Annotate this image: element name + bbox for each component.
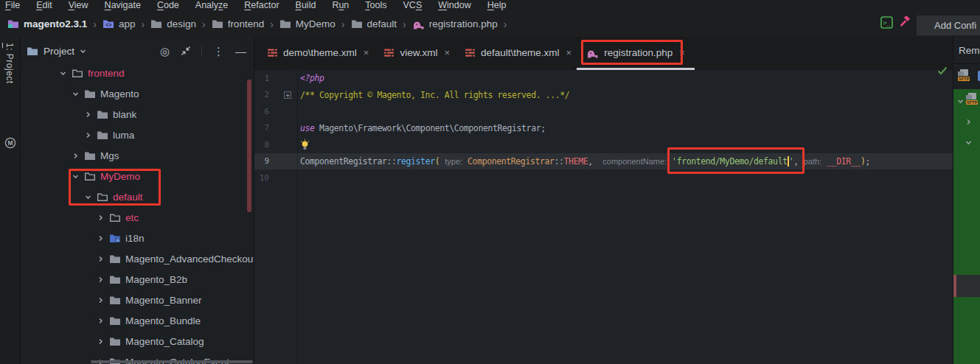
tree-row-magento-advancedcheckout[interactable]: Magento_AdvancedCheckout [21, 248, 254, 269]
code-token: , [793, 156, 799, 167]
breadcrumb-item-app[interactable]: <>app [102, 18, 136, 29]
hide-panel-icon[interactable]: — [235, 46, 246, 57]
tree-row-magento-bundle[interactable]: Magento_Bundle [21, 310, 254, 331]
chevron-right-icon[interactable] [97, 214, 105, 222]
remote-tree-row[interactable] [953, 132, 980, 153]
chevron-down-icon[interactable] [72, 172, 80, 181]
breadcrumb-separator-icon: › [504, 18, 507, 30]
code-text: ComponentRegistrar::register(type:Compon… [300, 156, 870, 167]
svg-text:>_: >_ [883, 19, 892, 27]
chevron-down-icon[interactable] [956, 97, 965, 105]
tree-row-magento-catalog[interactable]: Magento_Catalog [21, 331, 254, 351]
tab-close-icon[interactable]: × [364, 47, 369, 58]
tree-row-etc[interactable]: etc [21, 207, 254, 228]
tree-horizontal-scrollbar[interactable] [91, 360, 253, 363]
menu-item-code[interactable]: Code [157, 0, 179, 11]
remote-tree-row[interactable]: SFTP [953, 91, 980, 111]
menu-item-vcs[interactable]: VCS [403, 0, 423, 11]
chevron-down-icon[interactable] [72, 90, 80, 98]
tool-strip-project-button[interactable]: 1: Project [4, 43, 15, 84]
menu-item-refactor[interactable]: Refactor [244, 0, 279, 11]
menu-item-file[interactable]: File [5, 0, 20, 11]
line-number: 2 [254, 90, 269, 99]
tab-close-icon[interactable]: × [444, 47, 450, 58]
terminal-icon[interactable]: >_ [880, 16, 893, 29]
remote-host-tree[interactable]: SFTP [953, 89, 980, 364]
chevron-right-icon[interactable] [97, 276, 105, 284]
tree-item-label: Magento [100, 88, 139, 99]
menu-item-view[interactable]: View [69, 0, 88, 11]
chevron-right-icon[interactable] [965, 118, 973, 126]
menu-item-analyze[interactable]: Analyze [195, 0, 228, 11]
tree-row-i18n[interactable]: Ai18n [21, 228, 254, 248]
chevron-right-icon[interactable] [97, 255, 105, 263]
chevron-right-icon[interactable] [97, 296, 105, 304]
chevron-right-icon[interactable] [97, 234, 105, 242]
tab-close-icon[interactable]: × [679, 47, 685, 58]
breadcrumb-label: frontend [228, 18, 265, 29]
breadcrumb-item-default[interactable]: default [351, 18, 397, 29]
chevron-down-icon[interactable] [84, 193, 92, 201]
locate-target-icon[interactable]: ◎ [160, 46, 170, 57]
breadcrumb-label: design [167, 18, 196, 29]
circled-m-icon[interactable]: M [4, 137, 16, 151]
breadcrumb-item-frontend[interactable]: frontend [212, 18, 265, 29]
fold-marker-icon[interactable]: + [284, 91, 291, 99]
tab-close-icon[interactable]: × [566, 47, 572, 58]
tree-row-magento-b2b[interactable]: Magento_B2b [21, 269, 254, 290]
intention-bulb-icon[interactable] [300, 139, 310, 153]
breadcrumb-item-design[interactable]: design [150, 18, 196, 29]
menu-item-window[interactable]: Window [438, 0, 470, 11]
tree-row-frontend[interactable]: frontend [21, 63, 254, 83]
chevron-right-icon[interactable] [84, 131, 92, 139]
tab-demo-theme-xml[interactable]: demo\theme.xml× [260, 38, 376, 68]
menu-item-navigate[interactable]: Navigate [105, 0, 141, 11]
tree-row-magento[interactable]: Magento [21, 83, 254, 104]
tree-row-mgs[interactable]: Mgs [21, 145, 254, 166]
line-number: 9 [254, 156, 269, 166]
breadcrumb-separator-icon: › [93, 18, 97, 30]
chevron-right-icon[interactable] [72, 152, 80, 160]
add-configuration-button[interactable]: Add Confi [917, 15, 980, 35]
more-options-icon[interactable]: ⋮ [213, 46, 224, 57]
inspections-ok-check-icon[interactable] [937, 66, 948, 77]
breadcrumb-separator-icon: › [341, 18, 345, 30]
menu-item-tools[interactable]: Tools [365, 0, 386, 11]
code-editor[interactable]: 1<?php2+/** Copyright © Magento, Inc. Al… [254, 70, 953, 364]
chevron-right-icon[interactable] [97, 317, 105, 325]
tree-item-label: luma [113, 130, 134, 141]
breadcrumb-item-magento2-3-1[interactable]: magento2.3.1 [7, 18, 87, 29]
code-text: <?php [300, 73, 324, 83]
tree-item-label: Magento_Catalog [125, 336, 204, 347]
chevron-right-icon[interactable] [84, 111, 92, 119]
menu-item-edit[interactable]: Edit [36, 0, 52, 11]
hammer-icon[interactable] [899, 16, 911, 29]
tree-row-default[interactable]: default [21, 186, 254, 207]
tree-row-mydemo[interactable]: MyDemo [21, 166, 254, 186]
chevron-right-icon[interactable] [97, 337, 105, 346]
line-number: 8 [254, 140, 269, 150]
breadcrumb-item-registration-php[interactable]: registration.php [412, 18, 498, 29]
tree-row-luma[interactable]: luma [21, 125, 254, 145]
folder-icon [84, 151, 96, 161]
tree-row-blank[interactable]: blank [21, 104, 254, 125]
chevron-down-icon[interactable] [965, 139, 973, 147]
chevron-down-icon[interactable] [79, 47, 87, 55]
project-panel-title[interactable]: Project [44, 46, 74, 57]
tab-default-theme-xml[interactable]: default\theme.xml× [457, 38, 579, 68]
chevron-down-icon[interactable] [59, 69, 67, 77]
breadcrumb-item-mydemo[interactable]: MyDemo [279, 18, 336, 29]
top-actions: >_ Add Confi [880, 16, 917, 29]
remote-tree-row[interactable] [953, 111, 980, 132]
tree-vertical-scrollbar[interactable] [247, 80, 251, 212]
tab-view-xml[interactable]: view.xml× [376, 38, 457, 68]
collapse-icon[interactable] [181, 46, 191, 56]
editor-tab-bar: demo\theme.xml×view.xml×default\theme.xm… [254, 37, 953, 70]
tab-registration-php[interactable]: registration.php× [579, 38, 692, 68]
menu-item-build[interactable]: Build [296, 0, 316, 11]
tree-row-magento-banner[interactable]: Magento_Banner [21, 290, 254, 310]
menu-item-help[interactable]: Help [487, 0, 507, 11]
project-folder-icon [27, 46, 38, 56]
active-tab-content: registration.php [586, 47, 673, 58]
menu-item-run[interactable]: Run [332, 0, 349, 11]
